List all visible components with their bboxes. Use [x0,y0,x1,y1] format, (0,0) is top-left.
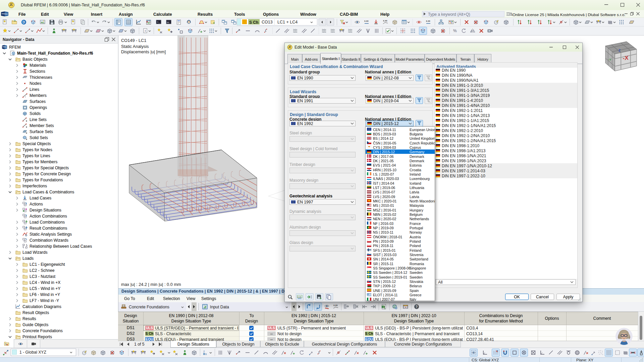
svg-text:%: % [453,28,457,33]
svg-text:>_: >_ [157,21,160,23]
svg-text:X: X [382,306,384,308]
svg-text:D: D [22,20,25,24]
svg-text:x.xx: x.xx [383,19,387,22]
svg-text:I: I [145,29,146,33]
svg-text:x.xx: x.xx [333,304,338,306]
svg-text:Z: Z [619,48,621,52]
svg-text:?: ? [416,305,418,309]
svg-text:sc: sc [167,21,169,24]
svg-text:0.00: 0.00 [298,296,302,298]
svg-text:-X: -X [623,55,629,62]
svg-text:-Y: -Y [608,58,611,61]
svg-text:x.xx: x.xx [364,20,369,22]
svg-text:6: 6 [205,353,207,356]
svg-text:2: 2 [203,350,205,353]
svg-text:I: I [25,96,26,98]
svg-text:x.xx: x.xx [426,20,430,22]
